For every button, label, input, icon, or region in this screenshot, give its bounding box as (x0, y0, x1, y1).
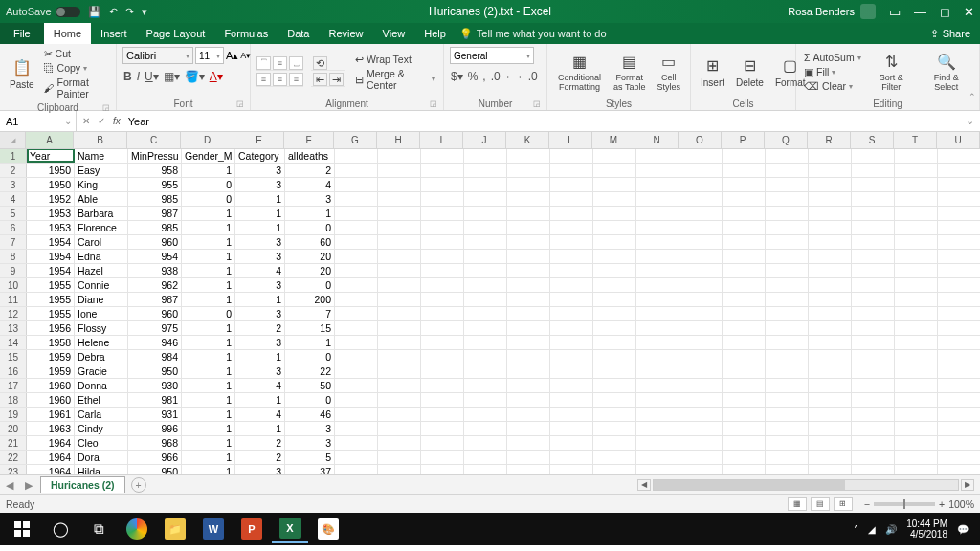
data-cell[interactable]: 958 (128, 164, 182, 177)
row-header[interactable]: 7 (0, 235, 27, 249)
data-cell[interactable]: Carol (75, 235, 128, 249)
data-cell[interactable]: 1 (182, 293, 235, 306)
comma-format-button[interactable]: , (481, 70, 486, 83)
column-header-P[interactable]: P (722, 132, 765, 148)
data-cell[interactable]: 2 (235, 436, 285, 450)
column-header-K[interactable]: K (506, 132, 549, 148)
data-cell[interactable]: 987 (128, 293, 182, 306)
empty-cells[interactable] (335, 321, 980, 335)
copy-button[interactable]: ⿻Copy▾ (42, 61, 110, 75)
data-cell[interactable]: 975 (128, 321, 182, 335)
network-icon[interactable]: ◢ (868, 524, 876, 535)
data-cell[interactable]: 0 (182, 178, 235, 191)
data-cell[interactable]: 984 (128, 350, 182, 364)
tab-page-layout[interactable]: Page Layout (137, 23, 215, 44)
column-header-E[interactable]: E (234, 132, 284, 148)
align-center-button[interactable]: ≡ (273, 73, 287, 86)
data-cell[interactable]: 0 (285, 393, 335, 407)
minimize-icon[interactable]: — (914, 5, 926, 19)
enter-formula-icon[interactable]: ✓ (98, 116, 105, 126)
data-cell[interactable]: 4 (235, 408, 285, 421)
decrease-indent-button[interactable]: ⇤ (313, 73, 327, 86)
horizontal-scrollbar[interactable]: ◀ ▶ (637, 479, 980, 491)
name-box[interactable]: A1 (0, 111, 77, 131)
data-cell[interactable]: 1 (182, 393, 235, 407)
column-header-G[interactable]: G (334, 132, 377, 148)
empty-cells[interactable] (335, 149, 980, 163)
page-layout-view-button[interactable]: ▤ (811, 497, 830, 511)
sort-filter-button[interactable]: ⇅Sort & Filter (867, 50, 916, 94)
increase-decimal-button[interactable]: .0→ (490, 70, 513, 83)
scroll-left-icon[interactable]: ◀ (637, 479, 651, 491)
empty-cells[interactable] (335, 293, 980, 306)
tab-review[interactable]: Review (319, 23, 372, 44)
account-button[interactable]: Rosa Benders (788, 4, 876, 19)
column-header-Q[interactable]: Q (765, 132, 808, 148)
data-cell[interactable]: 1964 (27, 451, 75, 464)
find-select-button[interactable]: 🔍Find & Select (920, 50, 973, 94)
empty-cells[interactable] (335, 422, 980, 435)
data-cell[interactable]: 950 (128, 364, 182, 378)
data-cell[interactable]: 1 (235, 221, 285, 234)
empty-cells[interactable] (335, 278, 980, 292)
notifications-icon[interactable]: 💬 (957, 524, 969, 535)
data-cell[interactable]: 5 (285, 451, 335, 464)
data-cell[interactable]: 20 (285, 264, 335, 277)
data-cell[interactable]: 930 (128, 379, 182, 392)
row-header[interactable]: 1 (0, 149, 27, 163)
data-cell[interactable]: 3 (235, 364, 285, 378)
italic-button[interactable]: I (136, 70, 141, 83)
row-header[interactable]: 14 (0, 336, 27, 349)
fill-color-button[interactable]: 🪣▾ (184, 70, 206, 83)
data-cell[interactable]: 1 (182, 250, 235, 263)
data-cell[interactable]: 985 (128, 192, 182, 206)
font-name-select[interactable]: Calibri▾ (122, 47, 193, 64)
data-cell[interactable]: Diane (75, 293, 128, 306)
data-cell[interactable]: 1955 (27, 278, 75, 292)
data-cell[interactable]: 1 (182, 164, 235, 177)
data-cell[interactable]: 955 (128, 178, 182, 191)
data-cell[interactable]: 950 (128, 465, 182, 474)
column-header-I[interactable]: I (420, 132, 463, 148)
decrease-font-icon[interactable]: A▾ (240, 51, 251, 60)
data-cell[interactable]: 2 (285, 164, 335, 177)
data-cell[interactable]: 987 (128, 207, 182, 220)
tab-file[interactable]: File (0, 23, 44, 44)
task-view-button[interactable]: ⧉ (80, 515, 117, 543)
decrease-decimal-button[interactable]: ←.0 (516, 70, 539, 83)
data-cell[interactable]: 22 (285, 364, 335, 378)
data-cell[interactable]: 1 (182, 408, 235, 421)
empty-cells[interactable] (335, 178, 980, 191)
percent-format-button[interactable]: % (467, 70, 479, 83)
row-header[interactable]: 10 (0, 278, 27, 292)
page-break-view-button[interactable]: ⊞ (834, 497, 853, 511)
data-cell[interactable]: 1 (182, 336, 235, 349)
data-cell[interactable]: 1 (235, 422, 285, 435)
empty-cells[interactable] (335, 264, 980, 277)
data-cell[interactable]: 1 (182, 321, 235, 335)
header-cell[interactable]: Gender_M (182, 149, 235, 163)
zoom-in-button[interactable]: + (939, 498, 945, 510)
data-cell[interactable]: 938 (128, 264, 182, 277)
row-header[interactable]: 23 (0, 465, 27, 474)
row-header[interactable]: 5 (0, 207, 27, 220)
collapse-ribbon-icon[interactable]: ⌃ (969, 92, 976, 101)
data-cell[interactable]: 1 (235, 192, 285, 206)
data-cell[interactable]: 1961 (27, 408, 75, 421)
font-launcher-icon[interactable]: ◲ (236, 99, 244, 108)
data-cell[interactable]: Flossy (75, 321, 128, 335)
data-cell[interactable]: 0 (285, 278, 335, 292)
header-cell[interactable]: Category (235, 149, 285, 163)
empty-cells[interactable] (335, 307, 980, 320)
tab-data[interactable]: Data (278, 23, 319, 44)
data-cell[interactable]: 1955 (27, 293, 75, 306)
empty-cells[interactable] (335, 164, 980, 177)
number-format-select[interactable]: General▾ (450, 47, 534, 64)
row-header[interactable]: 18 (0, 393, 27, 407)
data-cell[interactable]: Helene (75, 336, 128, 349)
sheet-tab-active[interactable]: Huricanes (2) (40, 476, 125, 493)
data-cell[interactable]: 1964 (27, 465, 75, 474)
data-cell[interactable]: 1958 (27, 336, 75, 349)
empty-cells[interactable] (335, 465, 980, 474)
scroll-thumb[interactable] (654, 480, 845, 490)
